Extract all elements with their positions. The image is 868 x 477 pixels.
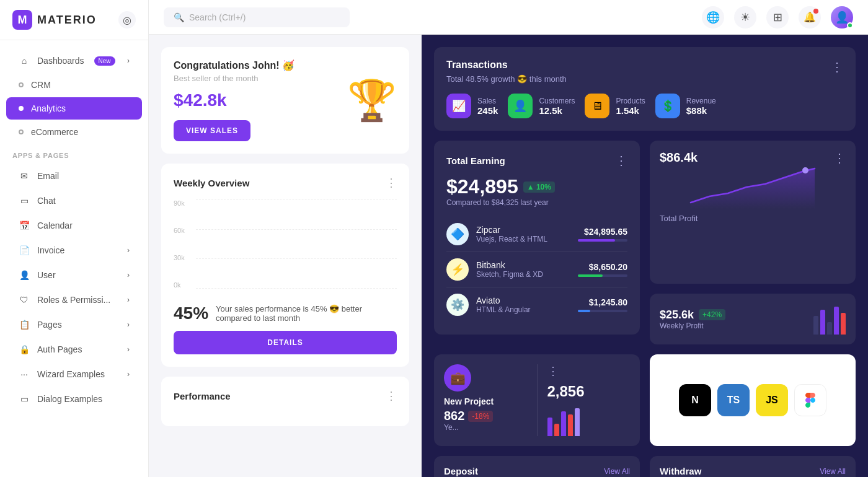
weekly-menu-icon[interactable]: ⋮	[386, 176, 397, 190]
online-indicator	[847, 22, 853, 28]
sidebar: M MATERIO ◎ ⌂ Dashboards New › CRM Analy…	[0, 0, 149, 477]
aviato-tech: HTML & Angular	[476, 305, 570, 314]
tx-sales-info: Sales 245k	[477, 97, 498, 116]
mini-bar	[820, 310, 825, 335]
zipcar-progress-bg	[578, 239, 627, 242]
proj-bar	[568, 414, 573, 436]
sidebar-item-analytics[interactable]: Analytics	[6, 97, 142, 120]
sidebar-item-dialog[interactable]: ▭ Dialog Examples	[6, 387, 142, 411]
email-icon: ✉	[19, 170, 30, 182]
new-project-value-row: 862 -18%	[444, 409, 527, 423]
deposit-view-all[interactable]: View All	[604, 467, 630, 476]
chevron-icon: ›	[127, 370, 130, 379]
profit-menu-icon[interactable]: ⋮	[833, 151, 846, 165]
aviato-icon: ⚙️	[446, 294, 469, 316]
logo-icon: M	[12, 10, 32, 30]
dialog-icon: ▭	[19, 393, 30, 405]
bitbank-progress-bar	[578, 274, 603, 277]
dot-icon	[19, 129, 24, 134]
sidebar-item-wizard[interactable]: ··· Wizard Examples ›	[6, 362, 142, 386]
sidebar-item-invoice[interactable]: 📄 Invoice ›	[6, 239, 142, 262]
products-label: Products	[616, 97, 645, 105]
bitbank-amount: $8,650.20	[578, 262, 627, 277]
notification-icon[interactable]: 🔔	[799, 6, 821, 28]
view-sales-button[interactable]: VIEW SALES	[174, 120, 250, 141]
products-icon: 🖥	[585, 94, 609, 118]
invoice-label: Invoice	[37, 245, 64, 255]
theme-icon[interactable]: ☀	[734, 6, 756, 28]
congrats-info: Congratulations John! 🥳 Best seller of t…	[174, 59, 294, 141]
performance-card: Performance ⋮	[161, 377, 409, 426]
weekly-profit-growth: +42%	[699, 309, 725, 320]
congrats-amount: $42.8k	[174, 90, 294, 110]
chevron-icon: ›	[127, 345, 130, 354]
sales-value: 245k	[477, 105, 498, 116]
invoice-icon: 📄	[19, 245, 30, 256]
sidebar-item-roles[interactable]: 🛡 Roles & Permissi... ›	[6, 288, 142, 312]
tx-products-info: Products 1.54k	[616, 97, 645, 116]
new-project-value: 862	[444, 409, 464, 423]
aviato-info: Aviato HTML & Angular	[476, 295, 570, 314]
dialog-label: Dialog Examples	[37, 394, 102, 404]
sidebar-item-dashboards[interactable]: ⌂ Dashboards New ›	[6, 49, 142, 72]
crm-label: CRM	[31, 80, 51, 90]
withdraw-view-all[interactable]: View All	[820, 467, 846, 476]
grid-icon[interactable]: ⊞	[766, 6, 789, 28]
project-right-menu[interactable]: ⋮	[547, 364, 559, 378]
sidebar-item-auth[interactable]: 🔒 Auth Pages ›	[6, 338, 142, 361]
sidebar-item-ecommerce[interactable]: eCommerce	[6, 121, 142, 143]
weekly-profit-header: $25.6k +42% Weekly Profit	[660, 304, 846, 335]
weekly-profit-mini-bars	[813, 304, 846, 335]
weekly-profit-amount: $25.6k	[660, 309, 694, 322]
pages-label: Pages	[37, 320, 62, 330]
tx-menu-icon[interactable]: ⋮	[831, 59, 843, 74]
search-box[interactable]: 🔍 Search (Ctrl+/)	[164, 7, 350, 27]
total-earning-card: Total Earning ⋮ $24,895 ▲ 10% Compared t…	[434, 141, 640, 335]
revenue-label: Revenue	[686, 97, 716, 105]
topbar: 🔍 Search (Ctrl+/) 🌐 ☀ ⊞ 🔔 👤	[149, 0, 868, 35]
earning-item-aviato: ⚙️ Aviato HTML & Angular $1,245.80	[446, 287, 627, 322]
tx-header: Transactions Total 48.5% growth 😎 this m…	[446, 59, 843, 94]
sidebar-item-crm[interactable]: CRM	[6, 74, 142, 96]
project-right-number: 2,856	[547, 383, 631, 400]
wizard-label: Wizard Examples	[37, 369, 105, 379]
translate-icon[interactable]: 🌐	[702, 6, 724, 28]
performance-header: Performance ⋮	[174, 389, 397, 403]
sidebar-item-email[interactable]: ✉ Email	[6, 164, 142, 188]
tx-stats-row: 📈 Sales 245k 👤 Customers 12.5k	[446, 94, 843, 118]
ecommerce-label: eCommerce	[31, 127, 78, 137]
logo-text: MATERIO	[37, 14, 97, 27]
pages-icon: 📋	[19, 319, 30, 330]
tx-subtitle: Total 48.5% growth 😎 this month	[446, 74, 567, 84]
mini-bar	[827, 322, 832, 335]
total-profit-card: $86.4k ⋮	[650, 141, 856, 284]
dot-icon	[19, 106, 24, 111]
wizard-icon: ···	[19, 369, 30, 380]
congrats-card: Congratulations John! 🥳 Best seller of t…	[161, 47, 409, 154]
sidebar-item-calendar[interactable]: 📅 Calendar	[6, 214, 142, 237]
performance-menu-icon[interactable]: ⋮	[386, 389, 397, 403]
figma-svg	[803, 393, 818, 408]
bitbank-icon: ⚡	[446, 258, 469, 281]
mini-bar	[813, 316, 818, 335]
mini-bar	[841, 313, 846, 335]
nextjs-icon: N	[679, 384, 711, 416]
details-button[interactable]: DETAILS	[174, 331, 397, 354]
tech-stack-card: N TS JS	[650, 354, 856, 446]
earning-menu-icon[interactable]: ⋮	[615, 153, 627, 168]
sidebar-toggle-icon[interactable]: ◎	[118, 11, 136, 28]
sidebar-item-pages[interactable]: 📋 Pages ›	[6, 313, 142, 336]
sidebar-item-chat[interactable]: ▭ Chat	[6, 189, 142, 212]
weekly-profit-card: $25.6k +42% Weekly Profit	[650, 294, 856, 344]
calendar-icon: 📅	[19, 220, 30, 231]
weekly-profit-amount-row: $25.6k +42%	[660, 309, 725, 322]
tx-revenue-info: Revenue $88k	[686, 97, 716, 116]
proj-bar	[575, 408, 580, 436]
roles-label: Roles & Permissi...	[37, 295, 110, 305]
auth-icon: 🔒	[19, 344, 30, 355]
roles-icon: 🛡	[19, 294, 30, 305]
avatar[interactable]: 👤	[831, 6, 853, 28]
sidebar-item-user[interactable]: 👤 User ›	[6, 263, 142, 287]
customers-icon: 👤	[508, 94, 533, 118]
javascript-icon: JS	[756, 384, 788, 416]
